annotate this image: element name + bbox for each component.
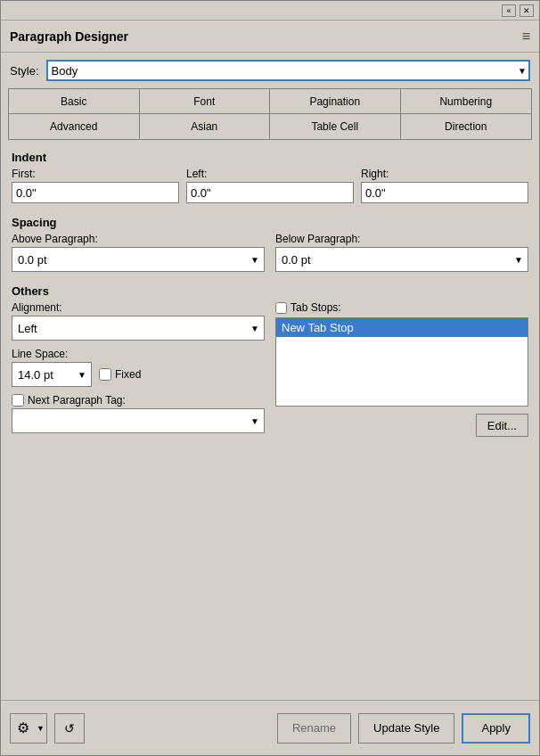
update-style-button[interactable]: Update Style: [358, 713, 454, 744]
indent-section: Indent First: Left: Right:: [12, 151, 528, 203]
spacing-section: Spacing Above Paragraph: 0.0 pt 2.0 pt 4…: [12, 216, 528, 272]
close-button[interactable]: ✕: [520, 4, 534, 17]
indent-right-label: Right:: [361, 168, 528, 180]
next-para-dropdown-wrapper: Body Heading1 Heading2 ▼: [12, 408, 265, 433]
fixed-label: Fixed: [115, 368, 141, 381]
indent-left-group: Left:: [186, 168, 354, 203]
fixed-checkbox[interactable]: [99, 368, 111, 381]
indent-left-input[interactable]: [186, 182, 354, 203]
indent-title: Indent: [12, 151, 528, 164]
tab-stop-new[interactable]: New Tab Stop: [276, 318, 528, 337]
gear-button-group: ⚙ ▼: [10, 713, 47, 744]
linespace-row: 14.0 pt 12.0 pt 10.0 pt ▼ Fixed: [12, 362, 265, 387]
refresh-button[interactable]: ↺: [54, 713, 85, 744]
alignment-dropdown-wrapper: Left Center Right Justify ▼: [12, 316, 265, 341]
tab-basic[interactable]: Basic: [9, 89, 140, 114]
tab-stops-label: Tab Stops:: [290, 301, 341, 314]
style-select-wrapper: Body ▼: [46, 60, 530, 81]
indent-first-group: First:: [12, 168, 179, 203]
next-para-checkbox[interactable]: [12, 394, 24, 407]
tab-stops-label-row: Tab Stops:: [275, 301, 528, 314]
below-para-select[interactable]: 0.0 pt 2.0 pt 4.0 pt 6.0 pt: [275, 247, 528, 272]
titlebar: « ✕: [1, 1, 539, 21]
below-para-dropdown-wrapper: 0.0 pt 2.0 pt 4.0 pt 6.0 pt ▼: [275, 247, 528, 272]
indent-first-label: First:: [12, 168, 179, 180]
panel-header: Paragraph Designer ≡: [1, 21, 539, 53]
above-para-group: Above Paragraph: 0.0 pt 2.0 pt 4.0 pt 6.…: [12, 233, 265, 272]
others-layout: Alignment: Left Center Right Justify ▼: [12, 301, 528, 437]
below-para-label: Below Paragraph:: [275, 233, 528, 245]
bottom-bar: ⚙ ▼ ↺ Rename Update Style Apply: [1, 700, 539, 755]
indent-left-label: Left:: [186, 168, 354, 180]
tabs-grid: Basic Font Pagination Numbering Advanced…: [8, 88, 532, 140]
apply-button[interactable]: Apply: [462, 713, 530, 744]
gear-button[interactable]: ⚙: [10, 713, 35, 744]
linespace-group: Line Space: 14.0 pt 12.0 pt 10.0 pt ▼: [12, 348, 265, 387]
tab-font[interactable]: Font: [140, 89, 271, 114]
indent-right-group: Right:: [361, 168, 528, 203]
panel-title: Paragraph Designer: [10, 29, 128, 44]
paragraph-designer-window: « ✕ Paragraph Designer ≡ Style: Body ▼ B…: [0, 0, 540, 756]
linespace-dropdown-wrapper: 14.0 pt 12.0 pt 10.0 pt ▼: [12, 362, 92, 387]
content-area: Indent First: Left: Right: Spacing: [1, 140, 539, 700]
tab-stops-list[interactable]: New Tab Stop: [275, 317, 528, 407]
next-para-group: Next Paragraph Tag: Body Heading1 Headin…: [12, 394, 265, 433]
fixed-checkbox-row: Fixed: [99, 368, 141, 381]
style-label: Style:: [10, 64, 39, 78]
above-para-dropdown-wrapper: 0.0 pt 2.0 pt 4.0 pt 6.0 pt ▼: [12, 247, 265, 272]
others-section: Others Alignment: Left Center Right Just…: [12, 284, 528, 437]
tab-asian[interactable]: Asian: [140, 114, 271, 139]
rename-button[interactable]: Rename: [277, 713, 351, 744]
tab-table-cell[interactable]: Table Cell: [270, 114, 401, 139]
above-para-label: Above Paragraph:: [12, 233, 265, 245]
above-para-select[interactable]: 0.0 pt 2.0 pt 4.0 pt 6.0 pt: [12, 247, 265, 272]
next-para-select[interactable]: Body Heading1 Heading2: [12, 408, 265, 433]
below-para-group: Below Paragraph: 0.0 pt 2.0 pt 4.0 pt 6.…: [275, 233, 528, 272]
others-title: Others: [12, 284, 528, 298]
tab-numbering[interactable]: Numbering: [401, 89, 532, 114]
indent-first-input[interactable]: [12, 182, 179, 203]
tab-stops-col: Tab Stops: New Tab Stop Edit...: [275, 301, 528, 437]
alignment-label: Alignment:: [12, 301, 265, 314]
minimize-button[interactable]: «: [502, 4, 516, 17]
tab-stops-checkbox[interactable]: [275, 302, 287, 314]
tabs-container: Basic Font Pagination Numbering Advanced…: [1, 88, 539, 140]
tab-advanced[interactable]: Advanced: [9, 114, 140, 139]
menu-icon[interactable]: ≡: [522, 29, 530, 45]
indent-right-input[interactable]: [361, 182, 528, 203]
alignment-select[interactable]: Left Center Right Justify: [12, 316, 265, 341]
others-left-col: Alignment: Left Center Right Justify ▼: [12, 301, 265, 437]
tab-direction[interactable]: Direction: [401, 114, 532, 139]
edit-button[interactable]: Edit...: [476, 414, 528, 437]
indent-fields-row: First: Left: Right:: [12, 168, 528, 203]
next-para-label: Next Paragraph Tag:: [28, 394, 126, 407]
spacing-title: Spacing: [12, 216, 528, 229]
next-para-checkbox-row: Next Paragraph Tag:: [12, 394, 265, 407]
linespace-label: Line Space:: [12, 348, 265, 360]
style-row: Style: Body ▼: [1, 53, 539, 88]
linespace-select[interactable]: 14.0 pt 12.0 pt 10.0 pt: [12, 362, 92, 387]
alignment-group: Alignment: Left Center Right Justify ▼: [12, 301, 265, 341]
gear-dropdown-button[interactable]: ▼: [35, 713, 47, 744]
spacing-fields-row: Above Paragraph: 0.0 pt 2.0 pt 4.0 pt 6.…: [12, 233, 528, 272]
titlebar-buttons: « ✕: [502, 4, 534, 17]
tab-pagination[interactable]: Pagination: [270, 89, 401, 114]
style-select[interactable]: Body: [46, 60, 530, 81]
